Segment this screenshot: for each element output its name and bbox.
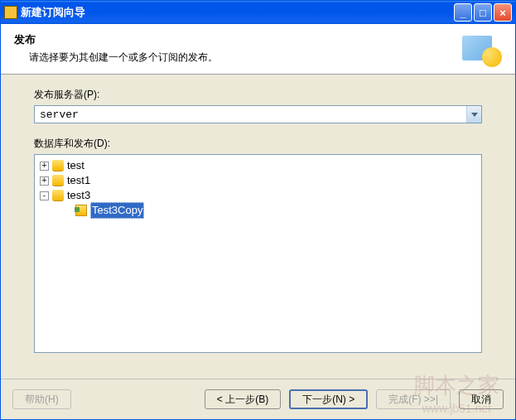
publication-icon [75,205,87,216]
tree-item-label[interactable]: test3 [67,188,90,203]
tree-item-label[interactable]: Test3Copy [90,202,144,219]
tree-item-label[interactable]: test1 [67,173,90,188]
publisher-input[interactable] [35,106,466,123]
tree-row[interactable]: +test [40,158,476,173]
publisher-label: 发布服务器(P): [34,88,482,102]
close-button[interactable]: × [494,3,512,22]
tree-row[interactable]: -test3 [40,188,476,203]
tree-row[interactable]: Test3Copy [63,203,476,218]
cancel-button[interactable]: 取消 [459,389,504,409]
database-icon [52,175,64,186]
content-area: 发布服务器(P): 数据库和发布(D): +test+test1-test3Te… [1,75,515,379]
footer: 帮助(H) < 上一步(B) 下一步(N) > 完成(F) >>| 取消 [1,379,515,419]
next-button[interactable]: 下一步(N) > [289,389,368,409]
publication-tree[interactable]: +test+test1-test3Test3Copy [34,154,482,353]
collapse-icon[interactable]: - [40,191,49,200]
maximize-button[interactable]: □ [474,3,492,22]
wizard-header: 发布 请选择要为其创建一个或多个订阅的发布。 [1,24,515,75]
titlebar: 新建订阅向导 _ □ × [1,1,515,24]
expand-icon[interactable]: + [40,176,49,186]
wizard-icon [462,32,502,67]
publisher-select[interactable] [34,105,482,123]
finish-button[interactable]: 完成(F) >>| [376,389,451,409]
header-text: 发布 请选择要为其创建一个或多个订阅的发布。 [14,32,462,67]
publisher-dropdown-button[interactable] [466,106,481,123]
back-button[interactable]: < 上一步(B) [205,389,281,409]
help-button[interactable]: 帮助(H) [12,389,71,409]
expand-icon[interactable]: + [40,162,49,171]
database-icon [52,160,64,171]
wizard-window: 新建订阅向导 _ □ × 发布 请选择要为其创建一个或多个订阅的发布。 发布服务… [0,0,516,420]
tree-item-label[interactable]: test [67,158,84,173]
app-icon [4,6,17,19]
database-icon [52,190,64,201]
page-subtitle: 请选择要为其创建一个或多个订阅的发布。 [29,51,462,65]
window-title: 新建订阅向导 [21,5,452,20]
tree-label: 数据库和发布(D): [34,137,482,151]
tree-row[interactable]: +test1 [40,173,476,188]
minimize-button[interactable]: _ [454,3,472,22]
page-title: 发布 [14,32,462,47]
